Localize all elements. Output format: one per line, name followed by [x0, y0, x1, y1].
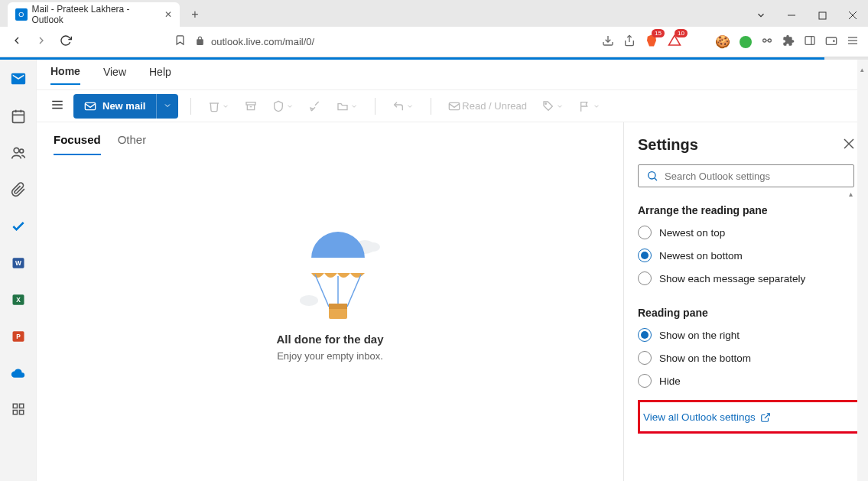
inbox-area: Focused Other — [37, 122, 623, 481]
settings-search-input[interactable] — [665, 171, 846, 182]
move-button[interactable] — [332, 99, 362, 114]
back-button[interactable] — [9, 34, 24, 50]
svg-point-7 — [768, 39, 771, 42]
svg-point-41 — [366, 242, 380, 252]
tag-button[interactable] — [538, 99, 568, 114]
svg-point-51 — [649, 172, 655, 179]
hamburger-icon[interactable] — [47, 95, 67, 118]
radio-show-right[interactable]: Show on the right — [638, 328, 854, 342]
radio-hide[interactable]: Hide — [638, 374, 854, 388]
extensions-icon[interactable] — [782, 34, 795, 50]
svg-line-53 — [765, 413, 769, 418]
empty-state: All done for the day Enjoy your empty in… — [37, 224, 623, 362]
url-text[interactable]: outlook.live.com/mail/0/ — [211, 36, 314, 47]
svg-line-52 — [655, 178, 657, 180]
minimize-button[interactable] — [776, 4, 807, 27]
close-window-button[interactable] — [837, 4, 868, 27]
wallet-icon[interactable] — [825, 34, 837, 50]
svg-point-21 — [19, 149, 23, 153]
excel-icon[interactable]: X — [11, 292, 26, 310]
new-mail-button[interactable]: New mail — [73, 94, 178, 119]
calendar-icon[interactable] — [11, 109, 26, 127]
mail-icon — [84, 100, 96, 112]
tab-focused[interactable]: Focused — [54, 133, 101, 155]
view-all-settings-link[interactable]: View all Outlook settings — [643, 411, 771, 423]
link-icon[interactable] — [761, 34, 773, 50]
people-icon[interactable] — [11, 145, 26, 164]
warning-triangle-icon[interactable]: 10 — [668, 34, 681, 50]
settings-title: Settings — [638, 136, 698, 154]
read-unread-button[interactable]: Read / Unread — [444, 99, 532, 114]
files-icon[interactable] — [11, 182, 26, 200]
chevron-down-icon[interactable] — [746, 4, 776, 27]
share-icon[interactable] — [623, 34, 636, 50]
tab-close-icon[interactable]: ✕ — [164, 9, 172, 20]
new-tab-button[interactable]: + — [184, 4, 206, 25]
mail-icon[interactable] — [10, 70, 27, 90]
bookmark-icon[interactable] — [174, 34, 186, 49]
svg-rect-30 — [13, 411, 17, 414]
delete-button[interactable] — [203, 99, 234, 114]
browser-tab[interactable]: O Mail - Prateek Lakhera - Outlook ✕ — [8, 2, 180, 27]
tab-help[interactable]: Help — [149, 66, 171, 84]
cookie-icon[interactable]: 🍪 — [715, 34, 730, 49]
open-external-icon — [760, 412, 771, 423]
view-all-highlight: View all Outlook settings — [638, 400, 866, 434]
empty-subtitle: Enjoy your empty inbox. — [37, 350, 623, 362]
new-mail-dropdown[interactable] — [156, 94, 178, 119]
maximize-button[interactable] — [807, 4, 837, 27]
radio-separate[interactable]: Show each message separately — [638, 271, 854, 285]
radio-newest-bottom[interactable]: Newest on bottom — [638, 249, 854, 262]
svg-rect-31 — [19, 411, 23, 414]
svg-rect-1 — [819, 12, 826, 19]
forward-button[interactable] — [34, 34, 49, 50]
outlook-favicon-icon: O — [15, 8, 28, 21]
scroll-up-caret-icon[interactable]: ▴ — [849, 190, 853, 198]
scroll-up-icon[interactable]: ▴ — [860, 66, 864, 73]
empty-title: All done for the day — [37, 333, 623, 346]
archive-button[interactable] — [240, 99, 262, 114]
settings-pane: Settings ▴ Arrange the reading pane Newe… — [623, 122, 868, 481]
svg-point-42 — [300, 295, 318, 306]
menu-icon[interactable] — [847, 34, 859, 50]
search-icon — [646, 170, 658, 182]
new-mail-label: New mail — [102, 100, 145, 112]
svg-rect-48 — [329, 304, 347, 309]
svg-rect-38 — [450, 102, 460, 109]
tab-other[interactable]: Other — [118, 133, 147, 155]
onedrive-icon[interactable] — [11, 366, 26, 384]
svg-text:W: W — [15, 259, 21, 267]
todo-icon[interactable] — [11, 219, 26, 237]
page-scrollbar-track[interactable]: ▴ — [857, 60, 868, 481]
svg-point-20 — [14, 148, 19, 153]
ribbon-tabs: Home View Help — [37, 60, 868, 90]
powerpoint-icon[interactable]: P — [11, 329, 26, 347]
radio-newest-top[interactable]: Newest on top — [638, 226, 854, 239]
sidepanel-icon[interactable] — [804, 34, 816, 50]
report-button[interactable] — [268, 99, 298, 114]
arrange-section-label: Arrange the reading pane — [638, 204, 854, 216]
reload-button[interactable] — [58, 34, 73, 50]
brave-badge: 15 — [652, 29, 665, 37]
svg-point-39 — [545, 103, 546, 104]
more-apps-icon[interactable] — [11, 402, 25, 419]
svg-rect-35 — [85, 102, 95, 109]
lock-icon[interactable] — [195, 35, 205, 49]
svg-text:X: X — [16, 296, 21, 304]
close-settings-button[interactable] — [844, 138, 854, 152]
tab-view[interactable]: View — [103, 66, 126, 84]
download-icon[interactable] — [602, 34, 614, 50]
flag-button[interactable] — [574, 99, 605, 114]
reply-button[interactable] — [388, 99, 418, 114]
settings-search[interactable] — [638, 164, 854, 187]
svg-point-12 — [834, 41, 834, 41]
svg-line-46 — [347, 275, 361, 307]
grammarly-icon[interactable] — [740, 36, 752, 48]
radio-show-bottom[interactable]: Show on the bottom — [638, 351, 854, 365]
brave-shield-icon[interactable]: 15 — [645, 34, 658, 50]
tab-home[interactable]: Home — [50, 65, 80, 85]
word-icon[interactable]: W — [11, 255, 26, 274]
sweep-button[interactable] — [304, 99, 326, 114]
left-rail: W X P — [0, 60, 37, 481]
toolbar: New mail Read / Unread — [37, 90, 868, 122]
